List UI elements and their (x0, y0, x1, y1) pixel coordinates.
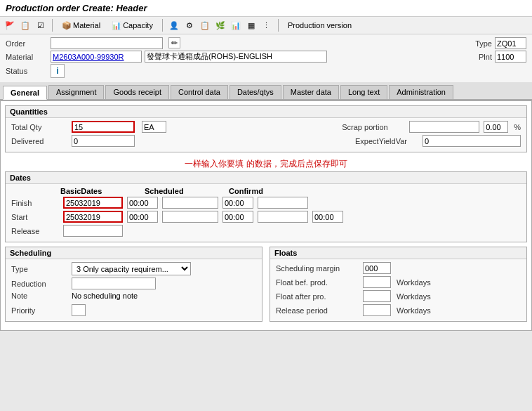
info-icon[interactable]: i (51, 64, 65, 78)
scheduling-note-row: Note No scheduling note (11, 292, 256, 300)
finish-basic-date[interactable] (63, 197, 123, 209)
release-period-row: Release period Workdays (276, 304, 521, 316)
delivered-input[interactable] (72, 135, 135, 147)
finish-scheduled-date[interactable] (162, 197, 218, 209)
flag-icon[interactable]: 🚩 (4, 20, 15, 31)
production-version-button[interactable]: Production version (284, 20, 355, 31)
total-qty-input[interactable] (72, 121, 135, 133)
floats-title: Floats (270, 247, 526, 259)
type-label: Type (475, 39, 492, 48)
sep2 (162, 19, 163, 32)
table-icon[interactable]: 📊 (230, 20, 241, 31)
list-icon[interactable]: 📋 (199, 20, 211, 31)
release-period-input[interactable] (363, 304, 391, 316)
delivered-label: Delivered (11, 137, 67, 145)
total-qty-label: Total Qty (11, 123, 67, 131)
material-desc-input[interactable] (145, 51, 327, 63)
material-row: Material Plnt (6, 51, 526, 63)
start-scheduled-time[interactable] (222, 211, 253, 223)
unit-input[interactable] (142, 121, 166, 133)
scheduling-body: Type 3 Only capacity requirem... Reducti… (6, 259, 262, 321)
tab-assignment[interactable]: Assignment (48, 85, 104, 99)
person-icon[interactable]: 👤 (168, 20, 180, 31)
release-basic-date[interactable] (63, 225, 123, 237)
float-after-pro-input[interactable] (363, 290, 391, 302)
finish-confirmd-date[interactable] (258, 197, 308, 209)
float-bef-prod-input[interactable] (363, 276, 391, 288)
edit-icon[interactable]: ✏ (168, 37, 180, 48)
quantities-section: Quantities Total Qty Scrap portion % Del… (5, 105, 527, 152)
capacity-icon: 📊 (112, 21, 121, 30)
priority-input[interactable] (72, 304, 86, 316)
check-icon[interactable]: ☑ (35, 20, 46, 31)
release-period-label: Release period (276, 306, 360, 315)
scrap-value-input[interactable] (484, 121, 508, 133)
plnt-label: Plnt (479, 53, 492, 61)
note-value: No scheduling note (72, 292, 138, 300)
priority-label: Priority (11, 306, 67, 315)
status-label: Status (6, 67, 48, 75)
order-input[interactable] (51, 37, 163, 49)
expect-yield-var-input[interactable] (423, 135, 521, 147)
start-confirmd-date[interactable] (258, 211, 308, 223)
reduction-input[interactable] (72, 278, 156, 289)
plnt-input[interactable] (495, 51, 526, 63)
branch-icon[interactable]: 🌿 (215, 20, 226, 31)
scrap-portion-input[interactable] (409, 121, 479, 133)
workdays1-label: Workdays (397, 278, 431, 287)
order-row: Order ✏ Type (6, 37, 526, 49)
finish-row: Finish (11, 197, 521, 209)
start-basic-date[interactable] (63, 211, 123, 223)
tab-general[interactable]: General (3, 86, 47, 100)
grid-icon[interactable]: ▦ (246, 20, 257, 31)
copy-icon[interactable]: 📋 (20, 20, 31, 31)
scheduling-margin-label: Scheduling margin (276, 264, 360, 273)
scheduling-title: Scheduling (6, 247, 262, 259)
settings-icon[interactable]: ⚙ (184, 20, 195, 31)
sep1 (52, 19, 53, 32)
tab-long-text[interactable]: Long text (340, 85, 387, 99)
material-label: Material (73, 21, 100, 30)
scheduling-priority-row: Priority (11, 304, 256, 316)
floats-body: Scheduling margin Float bef. prod. Workd… (270, 259, 526, 321)
scheduling-margin-input[interactable] (363, 262, 391, 274)
material-button[interactable]: 📦 Material (58, 20, 104, 32)
capacity-button[interactable]: 📊 Capacity (108, 20, 157, 32)
material-input[interactable] (51, 51, 142, 63)
order-label: Order (6, 39, 48, 48)
release-label: Release (11, 227, 59, 235)
scheduled-header: Scheduled (145, 187, 222, 195)
start-confirmd-time[interactable] (312, 211, 343, 223)
float-after-pro-label: Float after pro. (276, 292, 360, 301)
float-bef-prod-label: Float bef. prod. (276, 278, 360, 287)
bottom-sections: Scheduling Type 3 Only capacity requirem… (5, 247, 527, 326)
finish-scheduled-time[interactable] (222, 197, 253, 209)
more-icon[interactable]: ⋮ (261, 20, 272, 31)
dates-headers: BasicDates Scheduled Confirmd (60, 187, 521, 195)
material-icon: 📦 (62, 21, 72, 30)
scheduling-margin-row: Scheduling margin (276, 262, 521, 274)
tab-administration[interactable]: Administration (389, 85, 453, 99)
start-basic-time[interactable] (127, 211, 158, 223)
tab-control-data[interactable]: Control data (171, 85, 228, 99)
tabs-bar: General Assignment Goods receipt Control… (0, 82, 532, 100)
scheduling-type-row: Type 3 Only capacity requirem... (11, 262, 256, 275)
tab-master-data[interactable]: Master data (283, 85, 339, 99)
tab-goods-receipt[interactable]: Goods receipt (105, 85, 168, 99)
quantities-title: Quantities (6, 106, 526, 118)
note-label: Note (11, 292, 67, 300)
type-input[interactable] (495, 37, 526, 49)
toolbar: 🚩 📋 ☑ 📦 Material 📊 Capacity 👤 ⚙ 📋 🌿 📊 ▦ … (0, 17, 532, 34)
workdays2-label: Workdays (397, 292, 431, 301)
scheduling-type-label: Type (11, 265, 67, 273)
finish-basic-time[interactable] (127, 197, 158, 209)
scheduling-type-select[interactable]: 3 Only capacity requirem... (72, 262, 191, 275)
dates-body: BasicDates Scheduled Confirmd Finish Sta… (6, 184, 526, 242)
start-scheduled-date[interactable] (162, 211, 218, 223)
form-area: Order ✏ Type Material Plnt Status i (0, 34, 532, 82)
scrap-portion-label: Scrap portion (342, 123, 405, 131)
floats-section: Floats Scheduling margin Float bef. prod… (270, 247, 527, 322)
release-row: Release (11, 225, 521, 237)
tab-dates-qtys[interactable]: Dates/qtys (230, 85, 281, 99)
expect-yield-var-label: ExpectYieldVar (355, 137, 418, 145)
